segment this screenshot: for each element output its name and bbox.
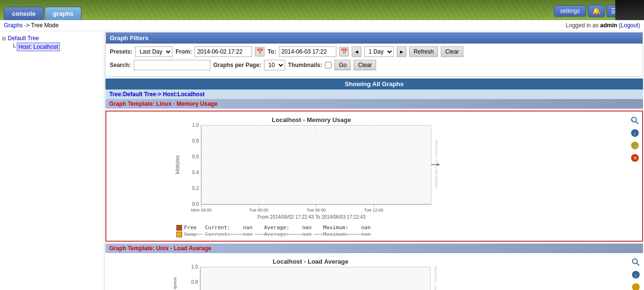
host-localhost-link[interactable]: Host: Localhost: [17, 43, 60, 51]
to-input[interactable]: [279, 46, 336, 57]
svg-point-53: [632, 259, 637, 264]
host-name-tree: Localhost: [177, 91, 205, 98]
graph2-download-button[interactable]: ↓: [631, 269, 641, 280]
sidebar-host-item[interactable]: └ Host: Localhost: [10, 43, 102, 51]
filter-row-1: Presets: Last Day From: 📅 To: 📅 ◄ 1 Day …: [110, 46, 639, 57]
svg-text:Mon 18:00: Mon 18:00: [191, 208, 212, 212]
template-1-label: Graph Template:: [109, 100, 154, 107]
svg-text:0.6: 0.6: [192, 154, 199, 159]
from-label: From:: [175, 48, 192, 55]
tree-toggle-icon: ⊟: [2, 36, 6, 41]
graph2-container: Localhost - Load Average 1.0 0.8: [105, 253, 643, 290]
graph1-settings-button[interactable]: 🔧: [630, 140, 640, 151]
svg-text:↓: ↓: [634, 272, 637, 278]
legend-label-swap: Swap: [184, 231, 203, 237]
bell-button[interactable]: 🔔: [588, 5, 605, 17]
from-calendar-icon[interactable]: 📅: [255, 47, 264, 56]
svg-text:0.2: 0.2: [192, 186, 199, 191]
go-button[interactable]: Go: [334, 60, 351, 70]
svg-line-32: [636, 122, 638, 124]
svg-text:1.0: 1.0: [192, 123, 199, 128]
clear-button-2[interactable]: Clear: [354, 60, 376, 70]
presets-select[interactable]: Last Day: [135, 46, 172, 57]
legend-maximum-swap: Maximum: nan: [313, 231, 370, 237]
graph2-svg-area: Localhost - Load Average 1.0 0.8: [172, 255, 629, 290]
legend-color-free: [176, 225, 182, 231]
svg-text:From 2014/06/02 17:22:43 To 20: From 2014/06/02 17:22:43 To 2014/06/03 1…: [257, 214, 366, 220]
template-2-label: Graph Template:: [109, 245, 154, 252]
graph1-zoom-button[interactable]: +: [630, 115, 640, 126]
tab-graphs[interactable]: graphs: [45, 7, 81, 20]
legend-current-free: Current: nan: [205, 224, 253, 231]
tree-name: Default Tree: [123, 91, 156, 98]
refresh-button[interactable]: Refresh: [409, 46, 438, 57]
tree-label: Tree:: [109, 91, 123, 98]
clear-button-1[interactable]: Clear: [441, 46, 463, 57]
nav-right-decoration: [615, 0, 644, 20]
next-day-button[interactable]: ►: [397, 46, 406, 57]
graph-filters-header: Graph Filters: [106, 33, 643, 44]
graph1-legend: Free Current: nan Average: nan Maximum: …: [172, 223, 628, 239]
sidebar-tree-item[interactable]: ⊟ Default Tree: [2, 34, 102, 43]
graph2-icons: ↓: [631, 255, 641, 290]
graph-template-1-header: Graph Template: Linux - Memory Usage: [105, 99, 643, 109]
svg-text:0.4: 0.4: [192, 170, 199, 175]
auth-info: Logged in as admin (Logout): [566, 22, 640, 29]
svg-text:🔧: 🔧: [632, 142, 638, 149]
auth-username: admin: [600, 22, 617, 29]
nav-decoration: [86, 0, 549, 20]
top-nav: console graphs settings 🔔 ☰ 📊: [0, 0, 644, 20]
graphs-per-page-select[interactable]: 10 25 50: [264, 60, 285, 70]
search-label: Search:: [110, 62, 131, 68]
svg-text:0.8: 0.8: [192, 138, 199, 144]
svg-text:1.0: 1.0: [191, 264, 198, 269]
breadcrumb-bar: Graphs -> Tree Mode Logged in as admin (…: [0, 20, 644, 31]
tree-arrow: ->: [156, 91, 162, 98]
legend-current-swap: Current: nan: [205, 231, 253, 237]
svg-text:Localhost - Load Average: Localhost - Load Average: [273, 258, 348, 265]
graph-filters-title: Graph Filters: [110, 34, 149, 42]
settings-button[interactable]: settings: [554, 5, 586, 17]
showing-text: Showing All Graphs: [345, 80, 403, 88]
svg-text:RRDTOOL / TOOL GETIMAGES: RRDTOOL / TOOL GETIMAGES: [434, 266, 437, 290]
thumbnails-checkbox[interactable]: [325, 62, 332, 68]
graphs-tab-label: graphs: [53, 10, 73, 17]
to-calendar-icon[interactable]: 📅: [339, 47, 349, 56]
svg-text:the run queue: the run queue: [172, 277, 177, 290]
graphs-per-page-label: Graphs per Page:: [213, 62, 261, 68]
graph1-download-button[interactable]: ↓: [630, 128, 640, 138]
auth-text: Logged in as: [566, 22, 599, 29]
graph1-svg: Localhost - Memory Usage: [172, 113, 450, 223]
svg-text:✕: ✕: [633, 155, 637, 161]
prev-day-button[interactable]: ◄: [352, 46, 361, 57]
graph1-svg-area: Localhost - Memory Usage: [172, 113, 628, 239]
graph2-zoom-button[interactable]: [631, 257, 641, 268]
graph-template-2-header: Graph Template: Unix - Load Average: [105, 244, 643, 253]
graph1-delete-button[interactable]: ✕: [630, 153, 640, 163]
tab-console[interactable]: console: [4, 7, 44, 20]
svg-point-57: [632, 283, 640, 290]
nav-tabs: console graphs: [4, 7, 81, 20]
template-2-name: Unix - Load Average: [156, 245, 211, 252]
template-1-name: Linux - Memory Usage: [156, 100, 218, 107]
filter-row-2: Search: Graphs per Page: 10 25 50 Thumbn…: [110, 60, 639, 70]
breadcrumb: Graphs -> Tree Mode: [4, 22, 58, 29]
content-area: Graph Filters Presets: Last Day From: 📅 …: [104, 31, 644, 290]
legend-row-swap: Swap Current: nan Average: nan Maximum: …: [176, 231, 628, 237]
default-tree-link[interactable]: Default Tree: [8, 35, 39, 42]
from-input[interactable]: [195, 46, 252, 57]
graph2-content: Localhost - Load Average 1.0 0.8: [107, 255, 641, 290]
search-input[interactable]: [134, 60, 210, 70]
day-select[interactable]: 1 Day: [364, 46, 394, 57]
logout-link[interactable]: Logout: [621, 22, 638, 29]
showing-bar: Showing All Graphs: [105, 78, 643, 89]
host-indent: └: [12, 44, 16, 50]
svg-text:Tue 06:00: Tue 06:00: [307, 208, 326, 212]
svg-text:0.0: 0.0: [192, 201, 199, 207]
graph2-settings-button[interactable]: [631, 282, 641, 290]
svg-text:↓: ↓: [633, 130, 636, 136]
graph1-icons: + ↓ 🔧 ✕: [630, 113, 640, 163]
breadcrumb-graphs-link[interactable]: Graphs: [4, 22, 23, 29]
thumbnails-label: Thumbnails:: [288, 62, 322, 68]
svg-text:kilobytes: kilobytes: [175, 156, 180, 174]
